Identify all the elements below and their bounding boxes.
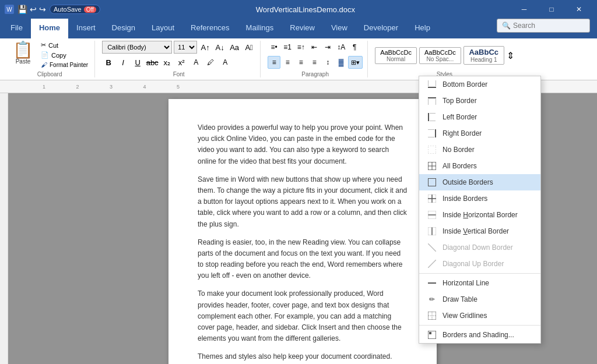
redo-icon[interactable]: ↪ — [39, 5, 46, 14]
menu-item-left-border[interactable]: Left Border — [419, 109, 540, 125]
menu-item-inside-vertical[interactable]: Inside Vertical Border — [419, 223, 540, 239]
save-icon[interactable]: 💾 — [17, 5, 27, 14]
menu-item-view-gridlines[interactable]: View Gridlines — [419, 308, 540, 324]
paragraph-1: Video provides a powerful way to help yo… — [198, 122, 408, 167]
search-input[interactable] — [513, 22, 583, 30]
tab-developer[interactable]: Developer — [356, 19, 406, 38]
menu-item-diagonal-down: Diagonal Down Border — [419, 239, 540, 256]
tab-layout[interactable]: Layout — [143, 19, 182, 38]
paragraph-group-content: ≡• ≡1 ≡↑ ⇤ ⇥ ↕A ¶ ≡ ≡ ≡ ≡ ↕ ▓ ⊞ ▾ — [268, 41, 363, 70]
change-case-button[interactable]: Aa — [228, 41, 241, 54]
justify-button[interactable]: ≡ — [308, 56, 321, 69]
svg-rect-11 — [428, 137, 434, 137]
menu-item-horizontal-line-label: Horizontal Line — [443, 279, 489, 287]
search-icon: 🔍 — [502, 22, 511, 30]
borders-dropdown-menu: Bottom Border Top Border Left Border Rig… — [419, 76, 541, 344]
right-border-icon — [427, 129, 437, 138]
tab-home[interactable]: Home — [31, 19, 68, 38]
copy-button[interactable]: 📄 Copy — [39, 51, 90, 59]
italic-button[interactable]: I — [117, 56, 129, 69]
maximize-button[interactable]: □ — [538, 0, 565, 19]
close-button[interactable]: ✕ — [566, 0, 592, 19]
sort-button[interactable]: ↕A — [335, 41, 347, 54]
shading-button[interactable]: ▓ — [335, 56, 347, 69]
svg-rect-12 — [428, 146, 436, 154]
svg-line-24 — [428, 243, 436, 252]
menu-item-inside-borders[interactable]: Inside Borders — [419, 190, 540, 207]
menu-item-all-borders[interactable]: All Borders — [419, 158, 540, 174]
styles-group: AaBbCcDc Normal AaBbCcDc No Spac... AaBb… — [370, 41, 519, 77]
draw-table-icon: ✏ — [427, 295, 437, 304]
menu-item-outside-borders[interactable]: Outside Borders — [419, 174, 540, 190]
search-bar[interactable]: 🔍 — [497, 19, 590, 33]
paragraph-group: ≡• ≡1 ≡↑ ⇤ ⇥ ↕A ¶ ≡ ≡ ≡ ≡ ↕ ▓ ⊞ ▾ Pa — [263, 41, 368, 77]
menu-item-right-border[interactable]: Right Border — [419, 125, 540, 142]
document-page[interactable]: Video provides a powerful way to help yo… — [168, 99, 437, 364]
align-right-button[interactable]: ≡ — [294, 56, 307, 69]
menu-item-right-border-label: Right Border — [443, 129, 482, 137]
font-size-select[interactable]: 11 — [174, 41, 197, 54]
svg-rect-6 — [428, 113, 429, 121]
minimize-button[interactable]: ─ — [511, 0, 538, 19]
font-name-select[interactable]: Calibri (Body) — [102, 41, 172, 54]
tab-insert[interactable]: Insert — [68, 19, 104, 38]
paste-button[interactable]: 📋 Paste — [9, 41, 37, 66]
strikethrough-button[interactable]: abc — [146, 56, 159, 69]
style-nospace[interactable]: AaBbCcDc No Spac... — [419, 47, 461, 64]
menu-item-inside-horizontal[interactable]: Inside Horizontal Border — [419, 207, 540, 223]
tab-view[interactable]: View — [323, 19, 356, 38]
style-heading1[interactable]: AaBbCc Heading 1 — [463, 46, 504, 65]
decrease-indent-button[interactable]: ⇤ — [308, 41, 321, 54]
format-painter-button[interactable]: 🖌 Format Painter — [39, 61, 90, 69]
svg-rect-5 — [436, 99, 436, 105]
menu-item-all-borders-label: All Borders — [443, 162, 477, 170]
styles-more-button[interactable]: ⇕ — [507, 50, 514, 61]
menu-item-top-border[interactable]: Top Border — [419, 93, 540, 109]
cut-button[interactable]: ✂ Cut — [39, 41, 90, 50]
no-border-icon — [427, 145, 437, 154]
highlight-button[interactable]: 🖊 — [204, 56, 217, 69]
undo-icon[interactable]: ↩ — [30, 5, 37, 14]
borders-button[interactable]: ⊞ ▾ — [348, 56, 363, 69]
grow-font-button[interactable]: A↑ — [199, 41, 212, 54]
multilevel-button[interactable]: ≡↑ — [294, 41, 307, 54]
shrink-font-button[interactable]: A↓ — [213, 41, 226, 54]
bold-button[interactable]: B — [102, 56, 115, 69]
align-left-button[interactable]: ≡ — [268, 56, 280, 69]
menu-item-bottom-border[interactable]: Bottom Border — [419, 76, 540, 93]
increase-indent-button[interactable]: ⇥ — [321, 41, 334, 54]
numbering-button[interactable]: ≡1 — [281, 41, 294, 54]
tab-help[interactable]: Help — [406, 19, 438, 38]
tab-design[interactable]: Design — [104, 19, 143, 38]
menu-item-horizontal-line[interactable]: Horizontal Line — [419, 275, 540, 291]
menu-item-diagonal-up: Diagonal Up Border — [419, 256, 540, 272]
svg-rect-0 — [428, 87, 436, 88]
outside-borders-icon — [427, 178, 437, 187]
paragraph-4: To make your document look professionall… — [198, 288, 408, 344]
clear-formatting-button[interactable]: A⃝ — [243, 41, 255, 54]
menu-item-draw-table[interactable]: ✏ Draw Table — [419, 291, 540, 308]
menu-item-no-border[interactable]: No Border — [419, 142, 540, 158]
autosave-toggle[interactable]: AutoSave Off — [50, 5, 100, 14]
subscript-button[interactable]: x₂ — [160, 56, 173, 69]
menu-separator-1 — [419, 273, 540, 274]
all-borders-icon — [427, 161, 437, 171]
line-spacing-button[interactable]: ↕ — [321, 56, 334, 69]
menu-item-borders-shading[interactable]: Borders and Shading... — [419, 327, 540, 343]
style-normal[interactable]: AaBbCcDc Normal — [375, 47, 417, 64]
underline-button[interactable]: U — [131, 56, 144, 69]
quick-access-toolbar: 💾 ↩ ↪ — [17, 5, 46, 14]
font-color-button[interactable]: A — [189, 56, 202, 69]
tab-mailings[interactable]: Mailings — [238, 19, 282, 38]
tab-references[interactable]: References — [182, 19, 237, 38]
show-marks-button[interactable]: ¶ — [348, 41, 361, 54]
clipboard-group: 📋 Paste ✂ Cut 📄 Copy 🖌 Format Painter Cl… — [5, 41, 95, 77]
text-color-button[interactable]: A — [219, 56, 231, 69]
borders-icon: ⊞ — [351, 59, 356, 66]
ribbon-tabs-bar: File Home Insert Design Layout Reference… — [0, 19, 597, 38]
tab-review[interactable]: Review — [282, 19, 323, 38]
align-center-button[interactable]: ≡ — [281, 56, 294, 69]
bullets-button[interactable]: ≡• — [268, 41, 280, 54]
tab-file[interactable]: File — [2, 19, 31, 38]
superscript-button[interactable]: x² — [175, 56, 188, 69]
